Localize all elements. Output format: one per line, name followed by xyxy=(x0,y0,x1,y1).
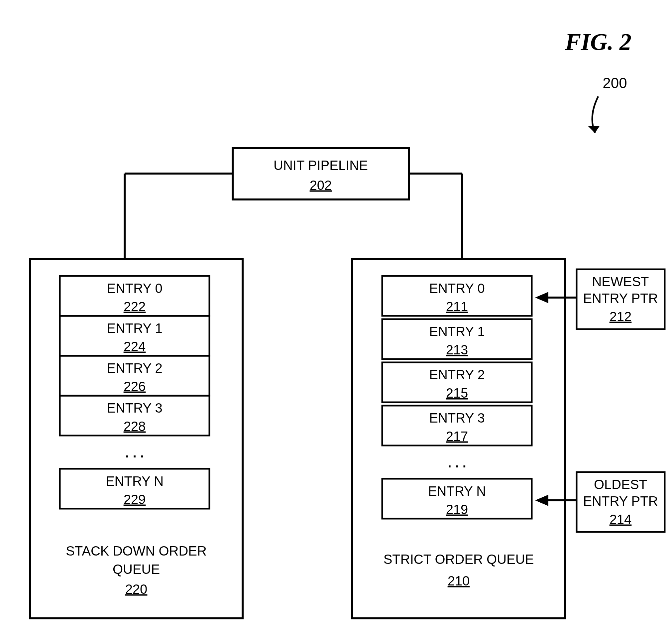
right-queue-ref: 210 xyxy=(448,573,470,588)
left-entry0-label: ENTRY 0 xyxy=(107,281,162,296)
newest-entry-ptr-label2: ENTRY PTR xyxy=(583,291,658,306)
right-entry4-label: ENTRY N xyxy=(428,484,486,498)
left-entry4-label: ENTRY N xyxy=(106,474,164,488)
newest-entry-ptr-ref: 212 xyxy=(609,309,632,324)
newest-entry-ptr-label1: NEWEST xyxy=(592,274,649,289)
diagram-svg: FIG. 2 200 UNIT PIPELINE 202 ENTRY 0 222… xyxy=(0,0,672,634)
right-entry1-ref: 213 xyxy=(446,343,468,357)
left-queue-label2: QUEUE xyxy=(113,562,160,577)
right-entry2-ref: 215 xyxy=(446,386,468,400)
figure-ref: 200 xyxy=(603,75,627,91)
right-ellipsis: . . . xyxy=(448,455,466,470)
right-entries: ENTRY 0 211 ENTRY 1 213 ENTRY 2 215 ENTR… xyxy=(382,276,532,519)
oldest-entry-ptr-label1: OLDEST xyxy=(594,477,647,492)
unit-pipeline-label: UNIT PIPELINE xyxy=(273,158,368,172)
right-queue-label: STRICT ORDER QUEUE xyxy=(384,552,534,566)
left-queue-ref: 220 xyxy=(125,582,148,596)
figure-title: FIG. 2 xyxy=(565,29,631,55)
right-entry0-ref: 211 xyxy=(446,299,468,314)
right-entry1-label: ENTRY 1 xyxy=(429,324,484,339)
left-entry2-ref: 226 xyxy=(124,379,146,394)
right-entry3-label: ENTRY 3 xyxy=(429,410,484,425)
right-entry0-label: ENTRY 0 xyxy=(429,281,484,296)
left-entry4-ref: 229 xyxy=(124,492,146,507)
left-entry3-label: ENTRY 3 xyxy=(107,401,162,415)
right-entry2-label: ENTRY 2 xyxy=(429,367,484,382)
right-entry3-ref: 217 xyxy=(446,429,468,444)
newest-ptr-arrowhead xyxy=(535,292,548,303)
left-entry3-ref: 228 xyxy=(124,419,146,433)
oldest-entry-ptr-ref: 214 xyxy=(609,512,632,526)
left-entries: ENTRY 0 222 ENTRY 1 224 ENTRY 2 226 ENTR… xyxy=(60,276,209,509)
left-ellipsis: . . . xyxy=(125,446,144,460)
left-queue-label1: STACK DOWN ORDER xyxy=(66,544,207,558)
unit-pipeline-ref: 202 xyxy=(310,178,332,192)
oldest-entry-ptr-label2: ENTRY PTR xyxy=(583,494,658,508)
left-entry2-label: ENTRY 2 xyxy=(107,361,162,375)
left-entry0-ref: 222 xyxy=(124,299,146,314)
right-entry4-ref: 219 xyxy=(446,502,468,517)
figure-ref-arrowhead xyxy=(588,126,600,133)
oldest-ptr-arrowhead xyxy=(535,495,548,506)
left-entry1-ref: 224 xyxy=(124,339,146,354)
left-entry1-label: ENTRY 1 xyxy=(107,321,162,335)
